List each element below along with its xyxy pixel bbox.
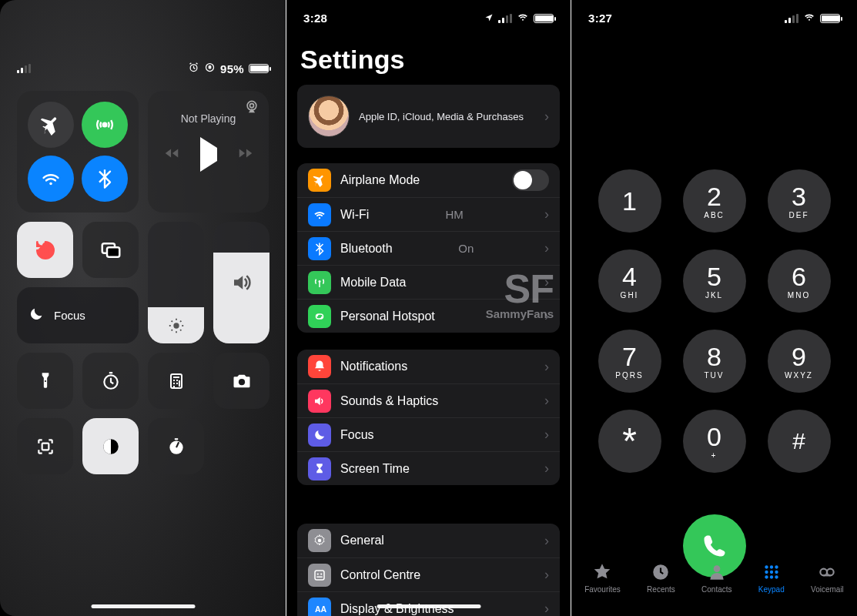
volume-slider[interactable] [213,222,269,343]
keypad-key-8[interactable]: 8TUV [683,330,746,393]
status-bar: 95% [0,62,286,75]
screen-mirroring-button[interactable] [82,222,139,278]
tab-keypad[interactable]: Keypad [758,562,785,594]
status-bar: 3:27 [571,11,857,25]
account-subtitle: Apple ID, iCloud, Media & Purchases [359,111,524,122]
qr-scanner-button[interactable] [17,418,73,474]
svg-rect-2 [209,66,211,69]
keypad-key-3[interactable]: 3DEF [768,169,831,233]
battery-icon [249,64,269,73]
chevron-right-icon: › [544,460,549,477]
dark-mode-button[interactable] [82,418,139,474]
settings-row-wi-fi[interactable]: Wi-FiHM› [297,197,560,231]
settings-row-mobile-data[interactable]: Mobile Data› [297,265,560,299]
pane-dialer: 3:27 12ABC3DEF4GHI5JKL6MNO7PQRS8TUV9WXYZ… [571,0,857,616]
brightness-slider[interactable] [148,222,204,343]
settings-row-label: Airplane Mode [340,173,420,187]
chevron-right-icon: › [544,567,549,583]
settings-row-focus[interactable]: Focus› [297,417,560,451]
keypad-grid: 12ABC3DEF4GHI5JKL6MNO7PQRS8TUV9WXYZ*0+# [571,169,857,473]
moon-icon [28,306,45,326]
airplane-toggle[interactable] [28,102,74,148]
camera-button[interactable] [213,353,269,409]
keypad-key-1[interactable]: 1 [598,169,661,233]
brightness-icon [148,317,204,334]
svg-point-13 [238,379,244,385]
pane-control-center: 95% [0,0,286,616]
keypad-key-hash[interactable]: # [768,410,831,473]
settings-row-airplane-mode[interactable]: Airplane Mode [297,163,560,197]
home-indicator[interactable] [91,604,195,608]
svg-rect-14 [42,443,49,450]
keypad-key-2[interactable]: 2ABC [683,169,746,233]
volume-icon [213,271,269,294]
settings-row-bluetooth[interactable]: BluetoothOn› [297,231,560,265]
chevron-right-icon: › [544,109,549,125]
settings-row-personal-hotspot[interactable]: Personal Hotspot› [297,299,560,333]
page-title: Settings [300,45,405,75]
toggle[interactable] [512,169,549,191]
rotation-lock-button[interactable] [17,222,73,278]
chevron-right-icon: › [544,308,549,324]
calculator-button[interactable] [148,353,204,409]
settings-row-label: Screen Time [340,462,410,476]
settings-row-sounds-haptics[interactable]: Sounds & Haptics› [297,383,560,417]
chevron-right-icon: › [544,533,549,549]
settings-row-control-centre[interactable]: Control Centre› [297,557,560,591]
wifi-icon [803,11,815,25]
stopwatch-button[interactable] [148,418,204,474]
tab-label: Recents [647,585,675,594]
keypad-key-5[interactable]: 5JKL [683,249,746,313]
now-playing-label: Not Playing [181,112,236,125]
gear-icon [308,529,331,552]
settings-row-label: Bluetooth [340,242,393,256]
battery-icon [820,14,840,23]
next-track-icon[interactable] [237,145,254,165]
keypad-key-4[interactable]: 4GHI [598,249,661,313]
settings-row-label: Mobile Data [340,276,406,290]
focus-button[interactable]: Focus [17,287,139,343]
settings-row-screen-time[interactable]: Screen Time› [297,451,560,485]
chevron-right-icon: › [544,274,549,290]
play-button-icon[interactable] [200,148,217,162]
tab-voicemail[interactable]: Voicemail [811,562,844,594]
timer-button[interactable] [82,353,139,409]
flashlight-button[interactable] [17,353,73,409]
connectivity-tile[interactable] [17,91,139,213]
settings-row-general[interactable]: General› [297,524,560,557]
media-tile[interactable]: Not Playing [148,91,269,213]
wifi-toggle[interactable] [28,156,74,202]
antenna-icon [308,271,331,294]
airplane-icon [308,169,331,192]
wifi-icon [308,203,331,226]
cell-signal-icon [498,14,512,23]
bluetooth-toggle[interactable] [82,156,128,202]
keypad-key-7[interactable]: 7PQRS [598,330,661,393]
home-indicator[interactable] [377,604,480,608]
prev-track-icon[interactable] [163,145,180,165]
svg-rect-8 [107,247,119,257]
svg-point-5 [250,104,254,108]
settings-row-label: Personal Hotspot [340,310,435,323]
tab-contacts[interactable]: Contacts [701,562,731,594]
svg-rect-18 [174,438,177,440]
keypad-key-0[interactable]: 0+ [683,410,746,473]
settings-row-notifications[interactable]: Notifications› [297,350,560,383]
alarm-icon [188,62,199,75]
hourglass-icon [308,457,331,480]
tab-favourites[interactable]: Favourites [584,562,621,594]
cellular-toggle[interactable] [82,102,128,148]
bell-icon [308,355,331,378]
settings-row-display-brightness[interactable]: Display & Brightness› [297,591,560,616]
clock: 3:28 [303,12,327,25]
svg-point-10 [44,380,45,381]
cc-icon [308,564,331,587]
svg-point-3 [102,122,108,128]
tab-recents[interactable]: Recents [647,562,675,594]
keypad-key-6[interactable]: 6MNO [768,249,831,313]
keypad-key-star[interactable]: * [598,410,661,473]
account-row[interactable]: Apple ID, iCloud, Media & Purchases › [297,85,560,148]
tab-label: Keypad [758,585,785,594]
airplay-icon[interactable] [244,99,259,117]
keypad-key-9[interactable]: 9WXYZ [768,330,831,393]
